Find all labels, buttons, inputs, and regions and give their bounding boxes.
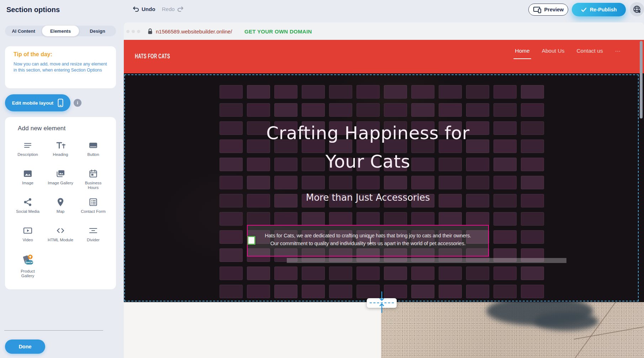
hero-tile bbox=[411, 267, 434, 280]
page-title: Section options bbox=[6, 6, 60, 14]
hero-tile bbox=[274, 176, 297, 189]
hero-tile bbox=[302, 267, 325, 280]
hero-tile bbox=[466, 267, 489, 280]
done-button[interactable]: Done bbox=[5, 339, 45, 354]
element-grid: Description Heading Button Image Image G… bbox=[11, 139, 110, 282]
site-logo[interactable]: HATS FOR CATS bbox=[135, 53, 170, 60]
product-gallery-icon: SHOP bbox=[21, 253, 35, 268]
hero-tile bbox=[411, 212, 434, 226]
next-section-image bbox=[381, 302, 644, 358]
hero-tile bbox=[521, 176, 544, 189]
redo-button[interactable]: Redo bbox=[162, 6, 184, 12]
paragraph-shadow-band bbox=[287, 258, 566, 263]
nav-item-contact[interactable]: Contact us bbox=[576, 48, 603, 56]
hero-tile bbox=[274, 85, 297, 99]
hero-paragraph: Hats for Cats, we are dedicated to craft… bbox=[248, 232, 488, 247]
hero-tile bbox=[220, 230, 243, 244]
hero-tile bbox=[274, 285, 297, 298]
element-item-image[interactable]: Image bbox=[11, 168, 44, 196]
nav-more-ellipsis-icon[interactable]: ··· bbox=[615, 48, 621, 56]
language-globe-button[interactable] bbox=[630, 2, 644, 16]
hero-tile bbox=[302, 212, 325, 226]
element-item-description[interactable]: Description bbox=[11, 139, 44, 168]
hero-tile bbox=[439, 285, 462, 298]
hero-subheading[interactable]: More than Just Accessories bbox=[306, 192, 430, 203]
hero-tile bbox=[329, 267, 352, 280]
hero-tile bbox=[357, 212, 380, 226]
element-item-video[interactable]: Video bbox=[11, 225, 44, 253]
image-gallery-icon bbox=[56, 168, 65, 179]
hero-heading-line1: Crafting Happiness for bbox=[190, 119, 546, 147]
element-item-divider[interactable]: Divider bbox=[77, 225, 110, 253]
panel-divider bbox=[4, 330, 103, 331]
preview-devices-icon bbox=[533, 6, 542, 13]
hero-tile bbox=[220, 176, 243, 189]
get-domain-link[interactable]: GET YOUR OWN DOMAIN bbox=[244, 28, 312, 35]
section-resize-handle[interactable] bbox=[367, 298, 397, 308]
hero-tile bbox=[329, 212, 352, 226]
nav-item-about[interactable]: About Us bbox=[542, 48, 565, 56]
button-icon bbox=[88, 139, 98, 151]
selection-drag-handle[interactable] bbox=[247, 236, 255, 245]
hero-tile bbox=[493, 103, 517, 117]
element-item-product-gallery[interactable]: SHOP Product Gallery bbox=[11, 253, 44, 282]
preview-button[interactable]: Preview bbox=[528, 4, 568, 16]
element-item-html-module[interactable]: HTML Module bbox=[44, 225, 77, 253]
hero-tile bbox=[521, 230, 544, 244]
hero-tile bbox=[220, 85, 243, 99]
tab-elements[interactable]: Elements bbox=[42, 26, 79, 36]
hero-tile bbox=[521, 212, 544, 226]
heading-icon bbox=[56, 139, 65, 151]
hero-tile bbox=[220, 103, 243, 117]
hero-tile bbox=[439, 176, 462, 189]
tip-body: Now you can add, move and resize any ele… bbox=[14, 61, 109, 73]
tab-ai-content[interactable]: AI Content bbox=[5, 26, 42, 36]
hero-tile bbox=[329, 176, 352, 189]
element-item-image-gallery[interactable]: Image Gallery bbox=[44, 168, 77, 196]
hero-tile bbox=[466, 194, 489, 207]
site-preview: HATS FOR CATS Home About Us Contact us ·… bbox=[124, 40, 644, 358]
element-item-contact-form[interactable]: Contact Form bbox=[77, 196, 110, 225]
hero-tile-grid bbox=[220, 85, 544, 299]
hero-tile bbox=[493, 285, 517, 298]
hero-tile bbox=[439, 212, 462, 226]
hero-tile bbox=[247, 194, 270, 207]
url-text[interactable]: n1566589.websitebuilder.online/ bbox=[156, 28, 232, 35]
hero-tile bbox=[466, 85, 489, 99]
undo-icon bbox=[132, 6, 139, 12]
video-icon bbox=[23, 225, 33, 236]
panel-tabbar: AI Content Elements Design bbox=[5, 26, 116, 36]
hero-tile bbox=[329, 85, 352, 99]
hero-tile bbox=[329, 285, 352, 298]
hero-tile bbox=[247, 103, 270, 117]
preview-label: Preview bbox=[544, 7, 564, 12]
info-icon[interactable]: i bbox=[74, 99, 81, 107]
element-item-business-hours[interactable]: Business Hours bbox=[77, 168, 110, 196]
hero-tile bbox=[384, 285, 407, 298]
page-scrollbar[interactable] bbox=[640, 41, 643, 119]
undo-button[interactable]: Undo bbox=[132, 6, 155, 12]
hero-tile bbox=[384, 267, 407, 280]
tab-design[interactable]: Design bbox=[79, 26, 116, 36]
hero-heading[interactable]: Crafting Happiness for Your Cats bbox=[190, 119, 546, 176]
hero-tile bbox=[329, 103, 352, 117]
hero-tile bbox=[274, 194, 297, 207]
hero-tile bbox=[247, 285, 270, 298]
hero-tile bbox=[357, 176, 380, 189]
hero-tile bbox=[302, 85, 325, 99]
hero-tile bbox=[493, 194, 517, 207]
edit-mobile-layout-button[interactable]: Edit mobile layout bbox=[5, 94, 70, 111]
hero-tile bbox=[357, 267, 380, 280]
element-item-map[interactable]: Map bbox=[44, 196, 77, 225]
selected-text-element[interactable]: Hats for Cats, we are dedicated to craft… bbox=[247, 225, 489, 257]
nav-item-home[interactable]: Home bbox=[515, 48, 529, 56]
next-section-background bbox=[124, 302, 381, 358]
element-item-button[interactable]: Button bbox=[77, 139, 110, 168]
element-item-heading[interactable]: Heading bbox=[44, 139, 77, 168]
hero-section[interactable]: Crafting Happiness for Your Cats More th… bbox=[124, 73, 644, 302]
tip-title: Tip of the day: bbox=[14, 51, 52, 58]
element-item-social-media[interactable]: Social Media bbox=[11, 196, 44, 225]
hero-tile bbox=[439, 267, 462, 280]
redo-icon bbox=[177, 6, 184, 12]
republish-button[interactable]: Re-Publish bbox=[572, 3, 626, 16]
